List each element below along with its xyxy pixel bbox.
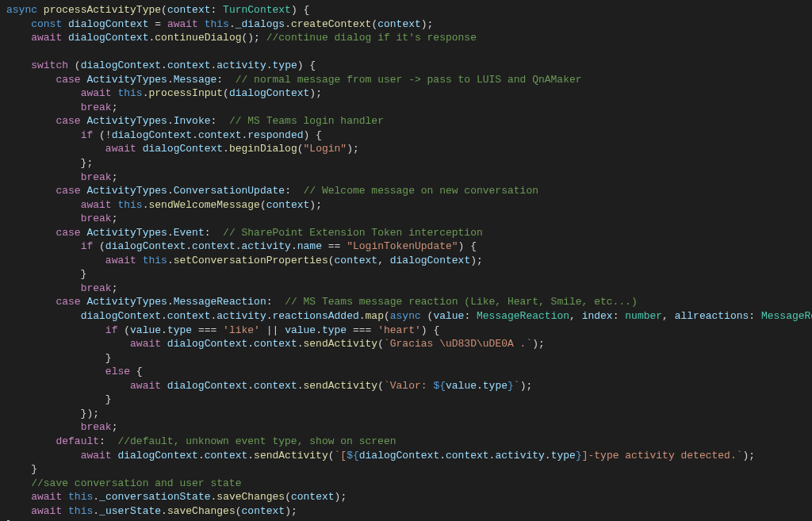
code-line: async processActivityType(context: TurnC… (6, 4, 309, 16)
code-line: break; (6, 421, 117, 433)
code-line: dialogContext.context.activity.reactions… (6, 310, 812, 322)
code-line: break; (6, 102, 117, 113)
code-editor[interactable]: async processActivityType(context: TurnC… (6, 3, 806, 521)
code-line: else { (6, 366, 143, 377)
code-line: case ActivityTypes.MessageReaction: // M… (6, 296, 638, 308)
code-line: //save conversation and user state (6, 477, 241, 489)
code-line: if (value.type === 'like' || value.type … (6, 324, 439, 336)
code-line: const dialogContext = await this._dialog… (6, 18, 433, 30)
code-line: case ActivityTypes.ConversationUpdate: /… (6, 185, 538, 197)
code-line: await dialogContext.beginDialog("Login")… (6, 143, 359, 155)
code-line: await dialogContext.context.sendActivity… (6, 338, 545, 350)
code-line: await this._userState.saveChanges(contex… (6, 505, 297, 517)
code-line: } (6, 393, 112, 405)
code-line: default: //default, unknown event type, … (6, 435, 396, 447)
code-line: } (6, 268, 86, 280)
code-line: await this._conversationState.saveChange… (6, 491, 347, 503)
code-line: }; (6, 157, 93, 169)
code-line: case ActivityTypes.Event: // SharePoint … (6, 227, 483, 239)
code-line: await this.setConversationProperties(con… (6, 255, 483, 266)
code-line: break; (6, 171, 117, 183)
code-line: await this.processInput(dialogContext); (6, 87, 322, 99)
code-line: switch (dialogContext.context.activity.t… (6, 59, 316, 71)
code-line: } (6, 463, 37, 475)
code-line: if (dialogContext.context.activity.name … (6, 240, 477, 252)
code-line: break; (6, 213, 117, 224)
code-line: }); (6, 408, 99, 419)
code-line: case ActivityTypes.Message: // normal me… (6, 74, 582, 86)
code-line: case ActivityTypes.Invoke: // MS Teams l… (6, 115, 384, 127)
code-line: await dialogContext.continueDialog(); //… (6, 32, 477, 44)
code-line: await this.sendWelcomeMessage(context); (6, 199, 322, 211)
code-line: await dialogContext.context.sendActivity… (6, 450, 755, 462)
code-line: await dialogContext.context.sendActivity… (6, 380, 532, 392)
code-line: } (6, 352, 112, 364)
code-line: break; (6, 282, 117, 294)
code-line: if (!dialogContext.context.responded) { (6, 129, 322, 141)
